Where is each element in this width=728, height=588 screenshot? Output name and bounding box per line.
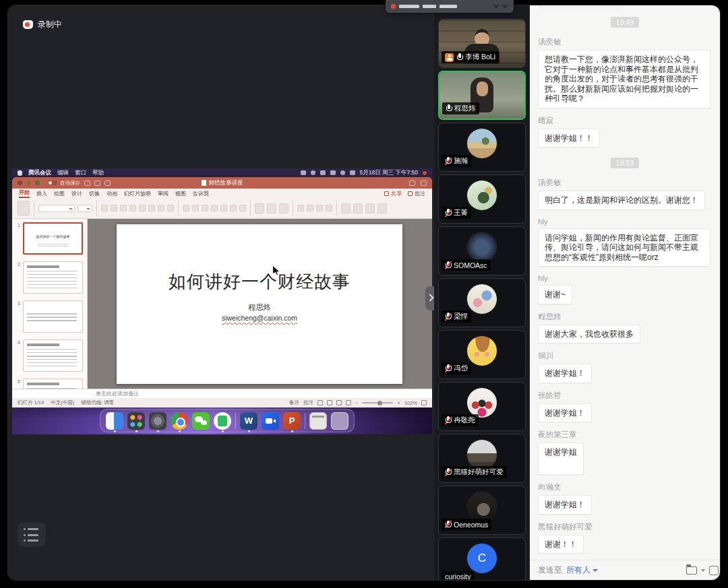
chat-history-caret-icon[interactable] bbox=[701, 569, 705, 572]
wechat-dock-icon[interactable] bbox=[192, 412, 210, 430]
ribbon-control[interactable] bbox=[38, 205, 75, 212]
ribbon-control[interactable] bbox=[78, 205, 92, 212]
ribbon-control[interactable] bbox=[279, 203, 289, 214]
chrome-dock-icon[interactable] bbox=[171, 412, 188, 430]
bluetooth-icon[interactable] bbox=[311, 170, 315, 175]
zoom-level[interactable]: 102% bbox=[404, 400, 417, 406]
redo-icon[interactable] bbox=[104, 181, 111, 186]
menu-item-1[interactable]: 编辑 bbox=[57, 169, 69, 177]
settings-dock-icon[interactable] bbox=[149, 412, 166, 430]
participant-tile-李博 BoLi[interactable]: 李博 BoLi bbox=[438, 19, 526, 68]
finder-dock-icon[interactable] bbox=[106, 412, 123, 430]
close-button[interactable] bbox=[18, 181, 22, 185]
normal-view-icon[interactable] bbox=[317, 400, 323, 405]
slide-thumbnail-3[interactable] bbox=[23, 300, 83, 333]
apple-menu-icon[interactable] bbox=[18, 170, 22, 176]
display-icon[interactable] bbox=[320, 170, 326, 175]
stage-list-toggle-button[interactable] bbox=[18, 523, 46, 547]
powerpoint-dock-icon[interactable]: P bbox=[283, 412, 301, 430]
ribbon-control[interactable] bbox=[101, 205, 108, 211]
participant-tile-SOMOAsc[interactable]: SOMOAsc bbox=[438, 226, 526, 275]
launchpad-dock-icon[interactable] bbox=[127, 412, 145, 430]
participant-tile-冉敬尧[interactable]: 冉敬尧 bbox=[438, 382, 526, 431]
menu-item-2[interactable]: 窗口 bbox=[75, 169, 86, 177]
current-slide[interactable]: 如何讲好一个财经故事 程思炜 siweicheng@caixin.com bbox=[117, 224, 402, 384]
participant-tile-梁悍[interactable]: 梁悍 bbox=[438, 278, 526, 327]
panel-collapse-handle[interactable] bbox=[425, 286, 434, 311]
share-user-icon[interactable] bbox=[421, 181, 427, 186]
tab-绘图[interactable]: 绘图 bbox=[54, 190, 65, 197]
reading-view-icon[interactable] bbox=[336, 400, 342, 405]
ribbon-control[interactable] bbox=[18, 201, 30, 216]
notes-toggle[interactable]: 备注 bbox=[289, 399, 299, 406]
zoom-in-button[interactable]: + bbox=[397, 400, 400, 406]
accessibility-check[interactable]: 辅助功能: 调查 bbox=[81, 399, 114, 406]
ribbon-control[interactable] bbox=[148, 205, 155, 211]
menu-bar-clock[interactable]: 5月18日 周三 下午7:50 bbox=[360, 169, 418, 177]
ribbon-control[interactable] bbox=[167, 205, 174, 211]
slide-thumbnail-4[interactable] bbox=[23, 339, 83, 372]
slide-thumbnail-2[interactable] bbox=[23, 261, 83, 294]
participant-tile-Oeneomus[interactable]: Oeneomus bbox=[438, 486, 526, 535]
meeting-dock-icon[interactable] bbox=[262, 412, 279, 430]
comments-button[interactable]: 批注 bbox=[408, 190, 425, 197]
tab-插入[interactable]: 插入 bbox=[36, 190, 47, 197]
search-document-icon[interactable] bbox=[409, 181, 415, 186]
autosave-toggle[interactable]: 自动保存 bbox=[48, 180, 80, 187]
tab-告诉我[interactable]: 告诉我 bbox=[193, 190, 209, 197]
slide-sorter-icon[interactable] bbox=[327, 400, 332, 405]
ribbon-control[interactable] bbox=[297, 205, 304, 211]
comments-toggle[interactable]: 批注 bbox=[303, 399, 313, 406]
chat-history-icon[interactable] bbox=[686, 566, 697, 575]
menu-item-3[interactable]: 帮助 bbox=[92, 169, 104, 177]
menu-item-0[interactable]: 腾讯会议 bbox=[28, 169, 51, 177]
recording-indicator[interactable]: 录制中 bbox=[23, 19, 62, 30]
participant-tile-黑猫好萌好可爱[interactable]: 黑猫好萌好可爱 bbox=[438, 434, 526, 483]
minimize-button[interactable] bbox=[26, 181, 31, 185]
ribbon-control[interactable] bbox=[341, 203, 351, 214]
tab-视图[interactable]: 视图 bbox=[175, 190, 186, 197]
zoom-out-button[interactable]: − bbox=[355, 400, 358, 406]
slide-thumbnail-5[interactable] bbox=[23, 379, 83, 389]
ribbon-control[interactable] bbox=[183, 205, 189, 211]
notes-pane[interactable]: 单击此处添加备注 bbox=[12, 389, 432, 398]
ribbon-control[interactable] bbox=[120, 205, 127, 211]
slideshow-icon[interactable] bbox=[346, 400, 351, 405]
word-dock-icon[interactable]: W bbox=[240, 412, 257, 430]
participant-tile-冯岱[interactable]: 冯岱 bbox=[438, 330, 526, 379]
ribbon-control[interactable] bbox=[353, 203, 363, 214]
ribbon-control[interactable] bbox=[139, 205, 146, 211]
tab-设计[interactable]: 设计 bbox=[71, 190, 82, 197]
control-bar-carets[interactable] bbox=[493, 5, 508, 9]
screen-share-control-bar[interactable] bbox=[386, 0, 514, 13]
fit-slide-icon[interactable] bbox=[421, 400, 427, 405]
tab-切换[interactable]: 切换 bbox=[89, 190, 100, 197]
tab-幻灯片放映[interactable]: 幻灯片放映 bbox=[124, 190, 151, 197]
participant-tile-程思炜[interactable]: 程思炜 bbox=[438, 71, 526, 120]
undo-icon[interactable] bbox=[94, 181, 100, 186]
ppt-ribbon-toolbar[interactable] bbox=[12, 198, 432, 219]
camera-status-icon[interactable] bbox=[301, 170, 306, 175]
slide-thumbnail-1[interactable]: 如何讲好一个财经故事 bbox=[23, 222, 83, 255]
tab-动画[interactable]: 动画 bbox=[107, 190, 117, 197]
ribbon-control[interactable] bbox=[316, 205, 323, 211]
chat-message-list[interactable]: 谢谢学姐的解答！山巅一寺一壶酒哈哈哈好的晴寂不好意思我带个耳机19:49汤奕敏想… bbox=[530, 5, 720, 560]
ribbon-control[interactable] bbox=[255, 203, 264, 214]
share-button[interactable]: 共享 bbox=[384, 190, 402, 197]
ribbon-control[interactable] bbox=[230, 205, 237, 211]
participant-tile-curiosity[interactable]: Ccuriosity bbox=[438, 537, 526, 580]
evernote-dock-icon[interactable] bbox=[214, 412, 231, 430]
ribbon-control[interactable] bbox=[129, 205, 136, 211]
ribbon-control[interactable] bbox=[220, 205, 227, 211]
ribbon-control[interactable] bbox=[326, 205, 332, 211]
ribbon-control[interactable] bbox=[211, 205, 218, 211]
slide-editing-area[interactable]: 如何讲好一个财经故事 程思炜 siweicheng@caixin.com bbox=[88, 219, 432, 389]
home-icon[interactable] bbox=[84, 181, 90, 186]
ribbon-control[interactable] bbox=[192, 205, 199, 211]
ribbon-control[interactable] bbox=[202, 205, 208, 211]
ribbon-control[interactable] bbox=[307, 205, 313, 211]
send-to-selector[interactable]: 所有人 bbox=[566, 564, 598, 576]
emoji-icon[interactable] bbox=[709, 566, 719, 575]
tab-审阅[interactable]: 审阅 bbox=[158, 190, 169, 197]
ribbon-control[interactable] bbox=[111, 205, 117, 211]
